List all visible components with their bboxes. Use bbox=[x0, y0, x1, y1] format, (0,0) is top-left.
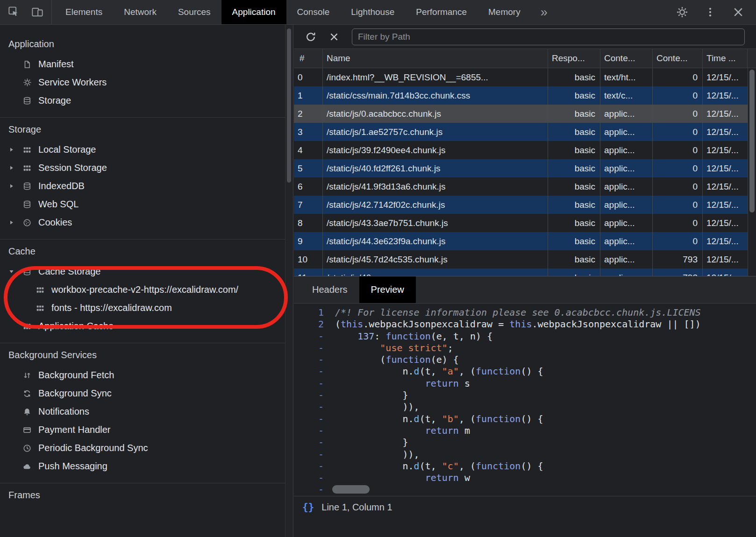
device-toolbar-icon[interactable] bbox=[31, 6, 44, 19]
cell-time: 12/15/... bbox=[703, 177, 748, 196]
cell-num: 11 bbox=[294, 268, 323, 276]
sidebar-item-label: Payment Handler bbox=[38, 424, 111, 435]
table-row-10[interactable]: 10/static/js/45.7d24c535.chunk.jsbasicap… bbox=[294, 250, 748, 268]
column-header-name[interactable]: Name bbox=[323, 49, 548, 68]
sidebar-item-web-sql[interactable]: Web SQL bbox=[0, 195, 293, 213]
sidebar-item-cache-storage[interactable]: Cache Storage bbox=[0, 262, 293, 281]
table-scrollbar-thumb[interactable] bbox=[749, 70, 755, 212]
sidebar-item-manifest[interactable]: Manifest bbox=[0, 55, 293, 73]
sidebar-item-storage[interactable]: Storage bbox=[0, 92, 293, 110]
preview-tab-headers[interactable]: Headers bbox=[300, 276, 359, 303]
tab-elements[interactable]: Elements bbox=[55, 0, 113, 24]
table-row-9[interactable]: 9/static/js/44.3e623f9a.chunk.jsbasicapp… bbox=[294, 232, 748, 250]
tab-application[interactable]: Application bbox=[221, 0, 286, 24]
sidebar-item-session-storage[interactable]: Session Storage bbox=[0, 159, 293, 177]
expand-arrow-right-icon[interactable] bbox=[8, 165, 22, 171]
code-line-3: - 137: function(e, t, n) { bbox=[294, 331, 756, 342]
sidebar-item-payment-handler[interactable]: Payment Handler bbox=[0, 421, 293, 439]
devtools-window: ElementsNetworkSourcesApplicationConsole… bbox=[0, 0, 756, 537]
sidebar-item-push-messaging[interactable]: Push Messaging bbox=[0, 457, 293, 475]
table-row-8[interactable]: 8/static/js/43.3ae7b751.chunk.jsbasicapp… bbox=[294, 214, 748, 232]
line-number-gutter: - bbox=[294, 449, 331, 460]
close-devtools-icon[interactable] bbox=[732, 6, 745, 19]
preview-status-bar: {} Line 1, Column 1 bbox=[294, 496, 756, 518]
table-row-2[interactable]: 2/static/js/0.acabcbcc.chunk.jsbasicappl… bbox=[294, 105, 748, 123]
expand-arrow-down-icon[interactable] bbox=[8, 268, 22, 275]
cell-time: 12/15/... bbox=[703, 123, 748, 141]
tab-memory[interactable]: Memory bbox=[478, 0, 531, 24]
cell-response-type: basic bbox=[548, 105, 600, 123]
tab-console[interactable]: Console bbox=[286, 0, 341, 24]
column-header-num[interactable]: # bbox=[294, 49, 323, 68]
preview-tab-preview[interactable]: Preview bbox=[359, 276, 416, 303]
cell-time: 12/15/... bbox=[703, 250, 748, 268]
kebab-menu-icon[interactable] bbox=[704, 6, 717, 19]
table-row-6[interactable]: 6/static/js/41.9f3d13a6.chunk.jsbasicapp… bbox=[294, 177, 748, 196]
line-number-gutter: - bbox=[294, 366, 331, 377]
cell-num: 2 bbox=[294, 105, 323, 123]
table-row-7[interactable]: 7/static/js/42.7142f02c.chunk.jsbasicapp… bbox=[294, 196, 748, 214]
refresh-icon[interactable] bbox=[305, 31, 316, 42]
sidebar-item-workbox-precache-v2-https-excalidraw-com[interactable]: workbox-precache-v2-https://excalidraw.c… bbox=[0, 281, 293, 299]
sidebar-item-notifications[interactable]: Notifications bbox=[0, 403, 293, 421]
sidebar-item-application-cache[interactable]: Application Cache bbox=[0, 317, 293, 335]
column-header-content-type[interactable]: Conte... bbox=[600, 49, 653, 68]
cell-content-type: applic... bbox=[600, 159, 653, 177]
sidebar-item-service-workers[interactable]: Service Workers bbox=[0, 73, 293, 92]
cell-time: 12/15/... bbox=[703, 268, 748, 276]
tab-lighthouse[interactable]: Lighthouse bbox=[340, 0, 405, 24]
sidebar-item-local-storage[interactable]: Local Storage bbox=[0, 141, 293, 159]
storage-database-icon bbox=[22, 182, 32, 191]
expand-arrow-right-icon[interactable] bbox=[8, 219, 22, 226]
table-row-0[interactable]: 0/index.html?__WB_REVISION__=6855...basi… bbox=[294, 68, 748, 86]
column-header-response-type[interactable]: Respo... bbox=[548, 49, 600, 68]
clear-x-icon[interactable] bbox=[328, 31, 340, 42]
code-line-text: n.d(t, "a", (function() { bbox=[331, 366, 543, 377]
cell-content-type: applic... bbox=[600, 123, 653, 141]
more-tabs-icon[interactable]: » bbox=[536, 0, 552, 24]
settings-gear-icon[interactable] bbox=[676, 6, 689, 19]
column-header-time[interactable]: Time ... bbox=[703, 49, 748, 68]
cell-time: 12/15/... bbox=[703, 68, 748, 86]
expand-arrow-right-icon[interactable] bbox=[8, 183, 22, 189]
tab-sources[interactable]: Sources bbox=[167, 0, 221, 24]
inspect-element-icon[interactable] bbox=[7, 6, 21, 19]
sidebar-item-periodic-background-sync[interactable]: Periodic Background Sync bbox=[0, 439, 293, 457]
code-line-text: n.d(t, "c", (function() { bbox=[331, 460, 543, 472]
tab-network[interactable]: Network bbox=[113, 0, 167, 24]
code-horizontal-scrollbar-thumb[interactable] bbox=[332, 485, 370, 494]
cell-num: 3 bbox=[294, 123, 323, 141]
table-scrollbar[interactable] bbox=[748, 68, 756, 276]
service-worker-gear-icon bbox=[22, 78, 32, 87]
table-row-4[interactable]: 4/static/js/39.f2490ee4.chunk.jsbasicapp… bbox=[294, 141, 748, 159]
sidebar-item-fonts-https-excalidraw-com[interactable]: fonts - https://excalidraw.com bbox=[0, 299, 293, 317]
cell-name: /static/css/main.7d14b3cc.chunk.css bbox=[323, 86, 548, 105]
table-row-3[interactable]: 3/static/js/1.ae52757c.chunk.jsbasicappl… bbox=[294, 123, 748, 141]
clock-icon bbox=[22, 444, 32, 453]
sidebar-section-background-services: Background ServicesBackground FetchBackg… bbox=[0, 343, 293, 483]
sidebar-item-label: Periodic Background Sync bbox=[38, 443, 148, 453]
sidebar-item-indexeddb[interactable]: IndexedDB bbox=[0, 177, 293, 195]
code-line-15: - return w bbox=[294, 472, 756, 484]
sidebar-scrollbar-thumb[interactable] bbox=[287, 28, 291, 183]
cell-name: /static/js/40.fd2ff261.chunk.js bbox=[323, 159, 548, 177]
sidebar-scrollbar[interactable] bbox=[285, 25, 293, 537]
table-row-5[interactable]: 5/static/js/40.fd2ff261.chunk.jsbasicapp… bbox=[294, 159, 748, 177]
sidebar-item-background-sync[interactable]: Background Sync bbox=[0, 384, 293, 403]
expand-arrow-right-icon[interactable] bbox=[8, 147, 22, 153]
sidebar-item-background-fetch[interactable]: Background Fetch bbox=[0, 366, 293, 384]
sidebar-item-label: Cache Storage bbox=[38, 266, 100, 277]
sidebar-item-label: Web SQL bbox=[38, 199, 78, 210]
column-header-content-length[interactable]: Conte... bbox=[653, 49, 703, 68]
sidebar-item-cookies[interactable]: Cookies bbox=[0, 213, 293, 232]
tab-performance[interactable]: Performance bbox=[405, 0, 478, 24]
pretty-print-braces-icon[interactable]: {} bbox=[302, 502, 314, 513]
filter-by-path-input[interactable] bbox=[352, 28, 745, 45]
cell-content-type: applic... bbox=[600, 141, 653, 159]
table-row-11[interactable]: 11/static/js/46...basicapplic...79312/15… bbox=[294, 268, 748, 276]
cell-response-type: basic bbox=[548, 268, 600, 276]
table-row-1[interactable]: 1/static/css/main.7d14b3cc.chunk.cssbasi… bbox=[294, 86, 748, 105]
cell-num: 9 bbox=[294, 232, 323, 250]
cell-time: 12/15/... bbox=[703, 141, 748, 159]
cell-time: 12/15/... bbox=[703, 196, 748, 214]
